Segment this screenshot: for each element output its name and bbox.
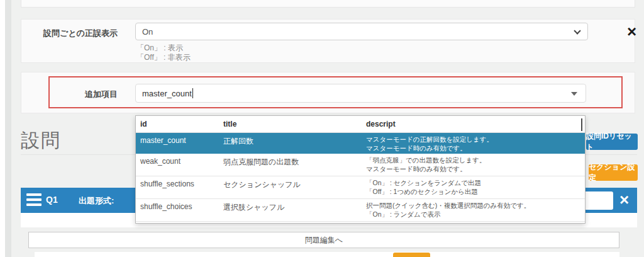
- column-header-id: id: [136, 120, 222, 128]
- cutoff-top-section: [21, 0, 635, 8]
- close-icon[interactable]: ×: [619, 191, 629, 208]
- cell-descript: 「On」 : セクションをランダムで出題 「Off」 : 1つめのセクションから…: [364, 176, 585, 198]
- cell-title: 選択肢シャッフル: [222, 199, 364, 221]
- cell-descript: 択一問題(クイック含む)・複数選択問題のみ有効です。 「On」 : ランダムで表…: [364, 199, 585, 221]
- correctness-select-value: On: [142, 27, 153, 37]
- additional-item-combobox[interactable]: master_count: [135, 84, 586, 103]
- chevron-down-icon: [574, 27, 580, 34]
- column-header-title: title: [222, 120, 364, 128]
- dropdown-scrollbar-thumb[interactable]: [581, 118, 582, 131]
- dropdown-row-shuffle-choices[interactable]: shuffle_choices 選択肢シャッフル 択一問題(クイック含む)・複数…: [136, 199, 585, 222]
- correctness-select[interactable]: On: [135, 23, 588, 40]
- cell-title: 正解回数: [222, 133, 364, 154]
- hamburger-icon[interactable]: [26, 193, 42, 207]
- left-gutter: [5, 0, 11, 257]
- question-id-reset-button[interactable]: 設問IDリセット: [586, 134, 638, 150]
- section-settings-button[interactable]: セクション設定: [589, 164, 638, 181]
- dropdown-row-shuffle-sections[interactable]: shuffle_sections セクションシャッフル 「On」 : セクション…: [136, 176, 585, 199]
- text-cursor: [192, 88, 193, 98]
- correctness-help-off: 「Off」 : 非表示: [136, 52, 191, 63]
- cutoff-bottom-panel: [35, 252, 619, 257]
- page: 設問ごとの正誤表示 On 「On」 : 表示 「Off」 : 非表示 × 追加項…: [0, 0, 644, 257]
- caret-down-icon: [571, 92, 577, 96]
- cell-id: shuffle_choices: [136, 199, 222, 221]
- cell-title: 弱点克服問題の出題数: [222, 154, 364, 176]
- dropdown-header-row: id title descript: [136, 116, 585, 133]
- additional-item-value: master_count: [142, 89, 192, 98]
- cutoff-orange-button[interactable]: [393, 253, 430, 257]
- dropdown-row-master-count[interactable]: master_count 正解回数 マスターモードの正解回数を設定します。 マス…: [136, 133, 585, 154]
- close-icon[interactable]: ×: [627, 23, 636, 40]
- question-heading: 設問: [21, 128, 61, 154]
- cell-title: セクションシャッフル: [222, 176, 364, 198]
- column-header-descript: descript: [364, 120, 585, 128]
- cell-id: master_count: [136, 133, 222, 154]
- additional-item-label: 追加項目: [21, 89, 118, 100]
- additional-item-dropdown: id title descript master_count 正解回数 マスター…: [135, 115, 586, 224]
- cell-descript: 「弱点克服」での出題数を設定します。 マスターモード時のみ有効です。: [364, 154, 585, 176]
- cell-descript: マスターモードの正解回数を設定します。 マスターモード時のみ有効です。: [364, 133, 585, 154]
- correctness-label: 設問ごとの正誤表示: [21, 28, 118, 39]
- edit-question-button[interactable]: 問題編集へ: [28, 232, 619, 248]
- question-format-label: 出題形式:: [79, 195, 114, 207]
- cell-id: weak_count: [136, 154, 222, 176]
- cell-id: shuffle_sections: [136, 176, 222, 198]
- question-number: Q1: [46, 195, 58, 205]
- dropdown-row-weak-count[interactable]: weak_count 弱点克服問題の出題数 「弱点克服」での出題数を設定します。…: [136, 154, 585, 176]
